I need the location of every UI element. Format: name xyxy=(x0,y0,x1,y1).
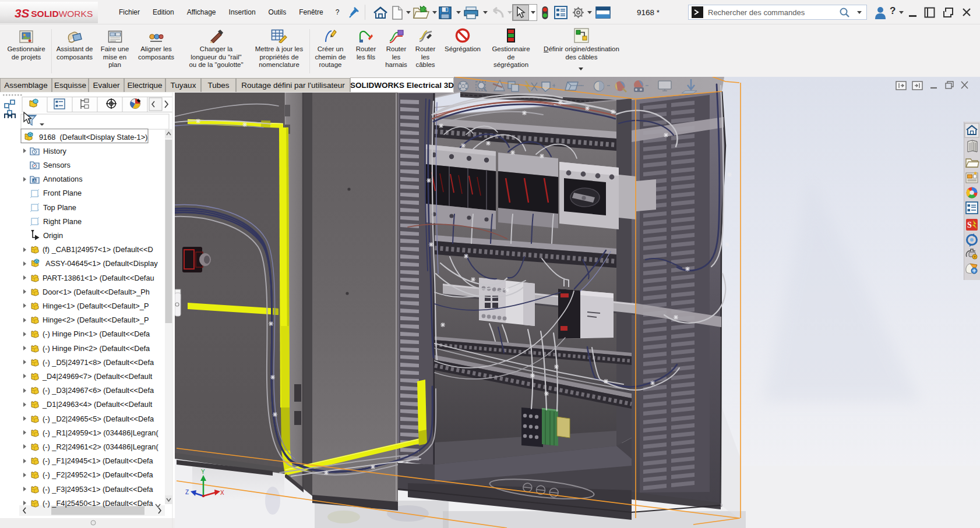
svg-text:X: X xyxy=(220,490,224,496)
svg-text:A: A xyxy=(33,179,36,183)
svg-text:3S: 3S xyxy=(15,6,30,19)
svg-text:Z: Z xyxy=(185,489,189,495)
svg-text:SOLIDWORKS: SOLIDWORKS xyxy=(31,8,93,18)
svg-text:Y: Y xyxy=(201,469,205,475)
svg-text:S: S xyxy=(967,221,972,229)
